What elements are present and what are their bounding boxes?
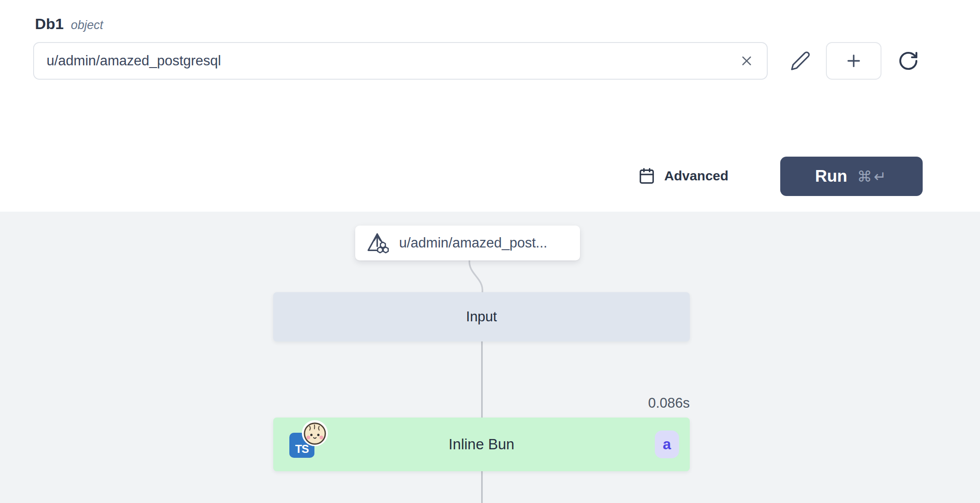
- resource-path-input[interactable]: [34, 43, 767, 79]
- resource-path-field: [33, 42, 768, 80]
- field-type-label: object: [71, 18, 103, 32]
- run-shortcut-hint: ⌘↵: [857, 168, 888, 185]
- input-node-label: Input: [466, 309, 497, 325]
- calendar-icon: [638, 167, 655, 184]
- pencil-icon: [790, 51, 811, 71]
- resource-node[interactable]: u/admin/amazed_post...: [355, 226, 580, 260]
- flow-canvas: u/admin/amazed_post... Input 0.086s TS I…: [0, 212, 980, 503]
- step-duration: 0.086s: [555, 395, 690, 411]
- edit-button[interactable]: [783, 42, 818, 80]
- input-node[interactable]: Input: [273, 292, 690, 341]
- run-button[interactable]: Run ⌘↵: [780, 157, 923, 196]
- clear-button[interactable]: [735, 49, 759, 73]
- run-label: Run: [815, 167, 847, 186]
- plus-icon: [844, 51, 863, 70]
- field-title: Db1: [35, 15, 64, 33]
- database-explorer-icon: [365, 230, 391, 256]
- field-label-row: Db1 object: [35, 15, 103, 33]
- step-node-label: Inline Bun: [449, 436, 515, 453]
- bun-icon: [301, 419, 329, 447]
- x-icon: [739, 53, 754, 68]
- advanced-button[interactable]: Advanced: [638, 161, 728, 191]
- resource-node-label: u/admin/amazed_post...: [399, 235, 547, 251]
- app-window: Db1 object Advanced: [0, 0, 980, 503]
- refresh-button[interactable]: [890, 42, 927, 80]
- edge-resource-to-input: [469, 260, 482, 292]
- advanced-label: Advanced: [664, 168, 728, 183]
- step-id-badge: a: [655, 431, 679, 458]
- add-resource-button[interactable]: [826, 42, 881, 80]
- step-node[interactable]: TS Inline Bun a: [273, 418, 690, 471]
- refresh-icon: [898, 50, 919, 72]
